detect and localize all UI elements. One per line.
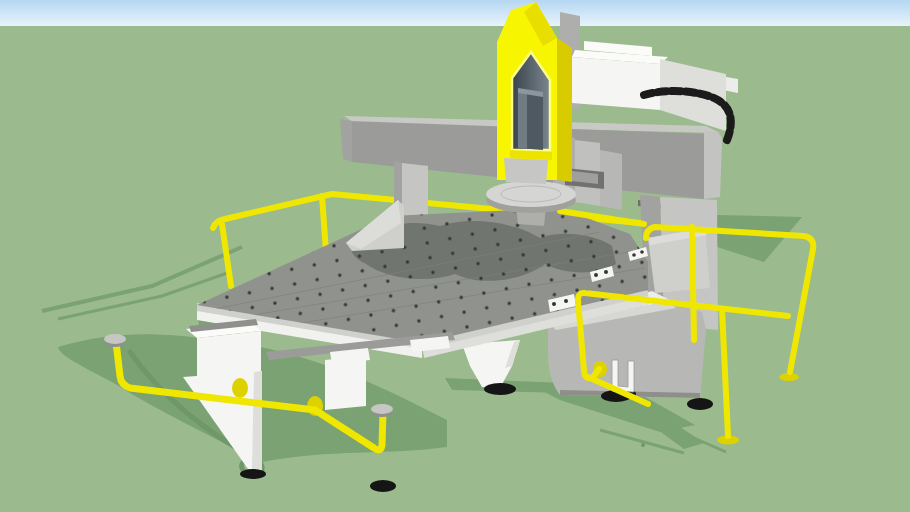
spindle-slab-highlight [518,92,527,149]
mid-pedestal [325,356,366,410]
foot [484,383,516,395]
foot [687,398,713,410]
foot [370,480,396,492]
spindle-collar [504,158,548,184]
model-viewport[interactable]: Left safety railing Gantry cross beam Co… [0,0,910,512]
sky [0,0,910,27]
mushroom-cap [104,334,126,344]
mushroom-cap [371,404,393,414]
disc-top: Circular spindle platter [486,181,576,207]
pipe-flange [232,378,248,398]
tower-right-face [557,38,572,182]
foot [240,469,266,479]
right-railing-post [692,227,694,340]
left-railing-corner-post [322,196,326,252]
box-front-face [572,57,660,110]
beam-right-cap [704,130,722,199]
cnc-machine-render[interactable]: Left safety railing Gantry cross beam Co… [0,0,910,512]
